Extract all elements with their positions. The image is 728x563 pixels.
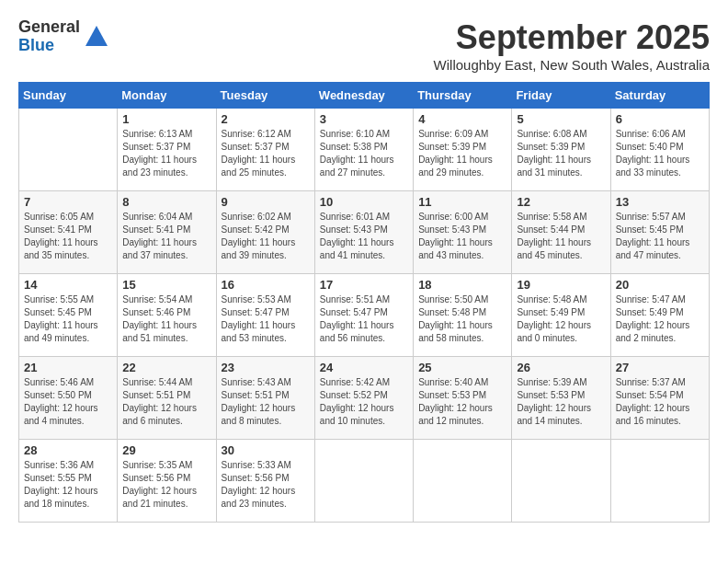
calendar-cell: 30Sunrise: 5:33 AM Sunset: 5:56 PM Dayli… (216, 440, 314, 523)
day-number: 6 (616, 112, 704, 126)
calendar-cell: 16Sunrise: 5:53 AM Sunset: 5:47 PM Dayli… (216, 274, 314, 357)
day-number: 19 (517, 278, 605, 292)
calendar-cell: 2Sunrise: 6:12 AM Sunset: 5:37 PM Daylig… (216, 109, 314, 191)
calendar-week-4: 21Sunrise: 5:46 AM Sunset: 5:50 PM Dayli… (19, 357, 710, 440)
day-info: Sunrise: 6:13 AM Sunset: 5:37 PM Dayligh… (122, 128, 210, 179)
calendar-cell (512, 440, 610, 523)
day-number: 29 (122, 443, 210, 457)
calendar-cell: 28Sunrise: 5:36 AM Sunset: 5:55 PM Dayli… (19, 440, 118, 523)
calendar-cell: 10Sunrise: 6:01 AM Sunset: 5:43 PM Dayli… (314, 191, 413, 274)
logo-general: General (18, 18, 80, 37)
day-info: Sunrise: 6:05 AM Sunset: 5:41 PM Dayligh… (24, 211, 112, 262)
calendar-cell: 14Sunrise: 5:55 AM Sunset: 5:45 PM Dayli… (19, 274, 118, 357)
day-info: Sunrise: 5:42 AM Sunset: 5:52 PM Dayligh… (320, 376, 408, 428)
day-info: Sunrise: 5:48 AM Sunset: 5:49 PM Dayligh… (517, 293, 605, 345)
calendar-cell: 4Sunrise: 6:09 AM Sunset: 5:39 PM Daylig… (414, 109, 512, 191)
calendar-cell (19, 109, 118, 191)
page-header: General Blue September 2025 Willoughby E… (18, 18, 710, 73)
day-number: 28 (24, 443, 112, 457)
day-info: Sunrise: 5:46 AM Sunset: 5:50 PM Dayligh… (24, 376, 112, 428)
day-number: 15 (122, 278, 210, 292)
day-info: Sunrise: 6:12 AM Sunset: 5:37 PM Dayligh… (222, 128, 310, 179)
day-number: 18 (418, 278, 506, 292)
day-info: Sunrise: 6:02 AM Sunset: 5:42 PM Dayligh… (222, 211, 310, 262)
day-info: Sunrise: 5:37 AM Sunset: 5:54 PM Dayligh… (616, 376, 704, 428)
calendar-cell: 5Sunrise: 6:08 AM Sunset: 5:39 PM Daylig… (512, 109, 610, 191)
day-number: 7 (24, 195, 112, 209)
calendar-cell: 15Sunrise: 5:54 AM Sunset: 5:46 PM Dayli… (118, 274, 216, 357)
day-number: 23 (222, 361, 310, 374)
day-number: 21 (24, 361, 112, 374)
calendar-cell: 11Sunrise: 6:00 AM Sunset: 5:43 PM Dayli… (414, 191, 512, 274)
calendar-week-1: 1Sunrise: 6:13 AM Sunset: 5:37 PM Daylig… (19, 109, 710, 191)
day-number: 10 (320, 195, 408, 209)
day-info: Sunrise: 5:36 AM Sunset: 5:55 PM Dayligh… (24, 459, 112, 511)
calendar-week-5: 28Sunrise: 5:36 AM Sunset: 5:55 PM Dayli… (19, 440, 710, 523)
logo-icon (84, 24, 109, 50)
weekday-header-monday: Monday (118, 83, 216, 109)
calendar-cell: 25Sunrise: 5:40 AM Sunset: 5:53 PM Dayli… (414, 357, 512, 440)
day-info: Sunrise: 5:55 AM Sunset: 5:45 PM Dayligh… (24, 293, 112, 345)
day-number: 3 (320, 112, 408, 126)
calendar-cell: 24Sunrise: 5:42 AM Sunset: 5:52 PM Dayli… (314, 357, 413, 440)
calendar-cell: 8Sunrise: 6:04 AM Sunset: 5:41 PM Daylig… (118, 191, 216, 274)
calendar-cell: 17Sunrise: 5:51 AM Sunset: 5:47 PM Dayli… (314, 274, 413, 357)
calendar-week-2: 7Sunrise: 6:05 AM Sunset: 5:41 PM Daylig… (19, 191, 710, 274)
calendar-cell: 13Sunrise: 5:57 AM Sunset: 5:45 PM Dayli… (610, 191, 709, 274)
day-info: Sunrise: 6:00 AM Sunset: 5:43 PM Dayligh… (418, 211, 506, 262)
calendar-cell: 6Sunrise: 6:06 AM Sunset: 5:40 PM Daylig… (610, 109, 709, 191)
svg-marker-0 (85, 26, 108, 46)
day-info: Sunrise: 5:39 AM Sunset: 5:53 PM Dayligh… (517, 376, 605, 428)
day-info: Sunrise: 5:43 AM Sunset: 5:51 PM Dayligh… (222, 376, 310, 428)
calendar-table: SundayMondayTuesdayWednesdayThursdayFrid… (18, 82, 710, 523)
day-info: Sunrise: 5:40 AM Sunset: 5:53 PM Dayligh… (418, 376, 506, 428)
day-info: Sunrise: 5:33 AM Sunset: 5:56 PM Dayligh… (222, 459, 310, 511)
month-title: September 2025 (434, 18, 710, 57)
day-number: 13 (616, 195, 704, 209)
day-number: 25 (418, 361, 506, 374)
day-number: 27 (616, 361, 704, 374)
day-number: 9 (222, 195, 310, 209)
day-number: 1 (122, 112, 210, 126)
day-number: 30 (222, 443, 310, 457)
day-number: 26 (517, 361, 605, 374)
day-info: Sunrise: 5:50 AM Sunset: 5:48 PM Dayligh… (418, 293, 506, 345)
day-info: Sunrise: 5:47 AM Sunset: 5:49 PM Dayligh… (616, 293, 704, 345)
day-info: Sunrise: 6:01 AM Sunset: 5:43 PM Dayligh… (320, 211, 408, 262)
calendar-cell: 18Sunrise: 5:50 AM Sunset: 5:48 PM Dayli… (414, 274, 512, 357)
calendar-cell (314, 440, 413, 523)
day-number: 4 (418, 112, 506, 126)
day-info: Sunrise: 5:44 AM Sunset: 5:51 PM Dayligh… (122, 376, 210, 428)
logo: General Blue (18, 18, 109, 55)
weekday-header-tuesday: Tuesday (216, 83, 314, 109)
day-number: 8 (122, 195, 210, 209)
calendar-cell: 22Sunrise: 5:44 AM Sunset: 5:51 PM Dayli… (118, 357, 216, 440)
day-info: Sunrise: 6:09 AM Sunset: 5:39 PM Dayligh… (418, 128, 506, 179)
calendar-cell: 23Sunrise: 5:43 AM Sunset: 5:51 PM Dayli… (216, 357, 314, 440)
day-number: 22 (122, 361, 210, 374)
calendar-cell: 9Sunrise: 6:02 AM Sunset: 5:42 PM Daylig… (216, 191, 314, 274)
calendar-cell: 19Sunrise: 5:48 AM Sunset: 5:49 PM Dayli… (512, 274, 610, 357)
day-number: 20 (616, 278, 704, 292)
calendar-week-3: 14Sunrise: 5:55 AM Sunset: 5:45 PM Dayli… (19, 274, 710, 357)
day-number: 24 (320, 361, 408, 374)
day-info: Sunrise: 5:35 AM Sunset: 5:56 PM Dayligh… (122, 459, 210, 511)
logo-text: General Blue (18, 18, 80, 55)
weekday-header-sunday: Sunday (19, 83, 118, 109)
calendar-cell: 29Sunrise: 5:35 AM Sunset: 5:56 PM Dayli… (118, 440, 216, 523)
day-info: Sunrise: 5:51 AM Sunset: 5:47 PM Dayligh… (320, 293, 408, 345)
day-info: Sunrise: 6:08 AM Sunset: 5:39 PM Dayligh… (517, 128, 605, 179)
day-info: Sunrise: 6:10 AM Sunset: 5:38 PM Dayligh… (320, 128, 408, 179)
day-number: 5 (517, 112, 605, 126)
weekday-header-wednesday: Wednesday (314, 83, 413, 109)
day-info: Sunrise: 6:06 AM Sunset: 5:40 PM Dayligh… (616, 128, 704, 179)
day-info: Sunrise: 5:54 AM Sunset: 5:46 PM Dayligh… (122, 293, 210, 345)
day-info: Sunrise: 5:57 AM Sunset: 5:45 PM Dayligh… (616, 211, 704, 262)
calendar-cell: 21Sunrise: 5:46 AM Sunset: 5:50 PM Dayli… (19, 357, 118, 440)
weekday-header-saturday: Saturday (610, 83, 709, 109)
day-info: Sunrise: 6:04 AM Sunset: 5:41 PM Dayligh… (122, 211, 210, 262)
day-number: 14 (24, 278, 112, 292)
day-number: 16 (222, 278, 310, 292)
calendar-cell (610, 440, 709, 523)
calendar-cell (414, 440, 512, 523)
